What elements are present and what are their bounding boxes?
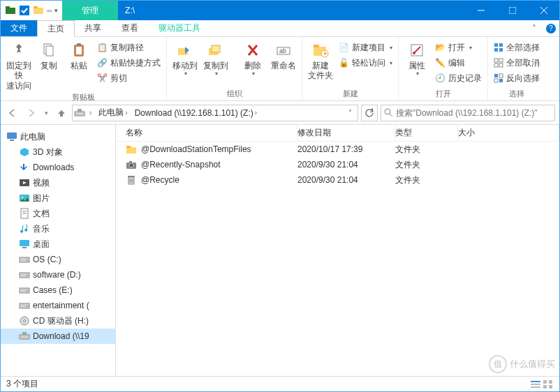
address-dropdown-icon[interactable]: ˅ — [344, 109, 356, 116]
move-to-icon — [176, 41, 194, 59]
maximize-button[interactable] — [496, 1, 528, 20]
svg-rect-50 — [22, 247, 27, 248]
tree-item[interactable]: CD 驱动器 (H:) — [1, 313, 115, 329]
file-row[interactable]: @DownloadStationTempFiles2020/10/17 17:3… — [116, 142, 559, 157]
rename-button[interactable]: ab 重命名 — [268, 38, 299, 70]
header-size[interactable]: 大小 — [458, 125, 559, 141]
properties-button[interactable]: 属性▾ — [401, 38, 432, 77]
easy-access-button[interactable]: 🔓轻松访问▾ — [336, 55, 395, 70]
forward-button[interactable] — [23, 105, 38, 121]
tree-item[interactable]: Download (\\19 — [1, 329, 115, 344]
delete-button[interactable]: 删除▾ — [237, 38, 268, 77]
select-all-button[interactable]: 全部选择 — [491, 40, 543, 55]
qat-dropdown-icon[interactable]: ▾ — [54, 7, 58, 14]
tree-item[interactable]: 图片 — [1, 190, 115, 206]
paste-shortcut-button[interactable]: 🔗粘贴快捷方式 — [94, 55, 163, 70]
view-mode-buttons[interactable] — [530, 379, 554, 389]
move-to-button[interactable]: 移动到▾ — [170, 38, 200, 77]
address-bar[interactable]: › 此电脑 › Download (\\192.168.1.101) (Z:) … — [72, 105, 358, 121]
main-area: 此电脑 3D 对象Downloads视频图片文档音乐桌面OS (C:)softw… — [1, 125, 559, 376]
copy-icon — [40, 41, 58, 59]
open-button[interactable]: 📂打开▾ — [432, 40, 485, 55]
tab-share[interactable]: 共享 — [75, 20, 112, 36]
history-button[interactable]: 🕘历史记录 — [432, 70, 485, 86]
header-date[interactable]: 修改日期 — [297, 125, 395, 141]
tree-item[interactable]: entertainment ( — [1, 298, 115, 313]
new-item-icon: 📄 — [339, 43, 349, 52]
tree-item[interactable]: 视频 — [1, 175, 115, 190]
qat-checkbox-icon[interactable] — [19, 5, 30, 16]
search-box[interactable] — [381, 105, 555, 121]
svg-rect-20 — [314, 45, 319, 47]
crumb-root[interactable]: › — [87, 109, 94, 116]
svg-text:ab: ab — [279, 47, 286, 54]
tree-item-label: 图片 — [33, 193, 50, 204]
navigation-pane[interactable]: 此电脑 3D 对象Downloads视频图片文档音乐桌面OS (C:)softw… — [1, 125, 116, 376]
netdrive-icon — [74, 107, 85, 119]
edit-button[interactable]: ✏️编辑 — [432, 55, 485, 70]
tree-item[interactable]: 文档 — [1, 206, 115, 221]
file-name: @Recycle — [141, 175, 179, 185]
downloads-icon — [19, 162, 30, 173]
file-row[interactable]: @Recently-Snapshot2020/9/30 21:04文件夹 — [116, 157, 559, 172]
copy-path-button[interactable]: 📋复制路径 — [94, 40, 163, 55]
search-input[interactable] — [396, 108, 552, 118]
tab-home[interactable]: 主页 — [37, 20, 75, 37]
tree-this-pc[interactable]: 此电脑 — [1, 129, 115, 144]
pin-to-quick-access-button[interactable]: 固定到快 速访问 — [3, 38, 34, 91]
file-row[interactable]: @Recycle2020/9/30 21:04文件夹 — [116, 172, 559, 188]
tree-item[interactable]: Cases (E:) — [1, 282, 115, 298]
refresh-button[interactable] — [361, 105, 378, 121]
netdrive-icon — [19, 331, 30, 342]
tab-view[interactable]: 查看 — [112, 20, 149, 36]
header-type[interactable]: 类型 — [395, 125, 458, 141]
invert-selection-button[interactable]: 反向选择 — [491, 70, 543, 86]
ribbon-collapse-icon[interactable]: ˄ — [526, 20, 543, 36]
tab-file[interactable]: 文件 — [1, 20, 37, 36]
up-button[interactable] — [54, 105, 69, 121]
tree-item[interactable]: 3D 对象 — [1, 144, 115, 160]
svg-rect-32 — [499, 63, 503, 67]
tree-item[interactable]: software (D:) — [1, 267, 115, 282]
tree-item[interactable]: 音乐 — [1, 221, 115, 236]
invert-icon — [494, 73, 503, 83]
minimize-button[interactable] — [465, 1, 496, 20]
svg-rect-3 — [34, 8, 43, 14]
details-view-icon[interactable] — [530, 379, 541, 389]
crumb-current[interactable]: Download (\\192.168.1.101) (Z:) › — [132, 108, 260, 118]
recycle-icon — [126, 174, 137, 186]
tree-item[interactable]: OS (C:) — [1, 252, 115, 267]
recent-locations-button[interactable]: ▾ — [41, 105, 51, 121]
group-label-select: 选择 — [491, 87, 543, 100]
qat-folder-icon[interactable] — [33, 5, 44, 16]
back-button[interactable] — [5, 105, 20, 121]
select-none-button[interactable]: 全部取消 — [491, 55, 543, 70]
tree-item[interactable]: 桌面 — [1, 236, 115, 252]
help-button[interactable]: ? — [543, 20, 559, 36]
file-type: 文件夹 — [395, 144, 458, 156]
paste-button[interactable]: 粘贴 — [64, 38, 94, 70]
group-label-open: 打开 — [401, 87, 485, 100]
ribbon-group-organize: 移动到▾ 复制到▾ 删除▾ ab 重命名 组织 — [167, 37, 302, 100]
svg-rect-25 — [494, 43, 498, 47]
copy-button[interactable]: 复制 — [34, 38, 64, 70]
tree-item-label: CD 驱动器 (H:) — [33, 315, 89, 327]
file-type: 文件夹 — [395, 159, 458, 171]
tree-item[interactable]: Downloads — [1, 160, 115, 175]
svg-rect-31 — [494, 63, 498, 67]
svg-rect-0 — [6, 8, 15, 14]
close-button[interactable] — [528, 1, 559, 20]
svg-rect-38 — [78, 109, 82, 112]
icons-view-icon[interactable] — [543, 379, 554, 389]
svg-rect-55 — [20, 288, 29, 293]
copy-to-button[interactable]: 复制到▾ — [200, 38, 231, 77]
header-name[interactable]: 名称 — [116, 125, 297, 141]
search-icon — [384, 108, 393, 117]
crumb-this-pc[interactable]: 此电脑 › — [96, 107, 130, 119]
tab-drive-tools[interactable]: 驱动器工具 — [149, 20, 211, 36]
svg-point-39 — [385, 109, 390, 114]
new-item-button[interactable]: 📄新建项目▾ — [336, 40, 395, 55]
cut-button[interactable]: ✂️剪切 — [94, 70, 163, 86]
svg-rect-34 — [499, 74, 503, 77]
new-folder-button[interactable]: ✦ 新建 文件夹 — [305, 38, 336, 81]
